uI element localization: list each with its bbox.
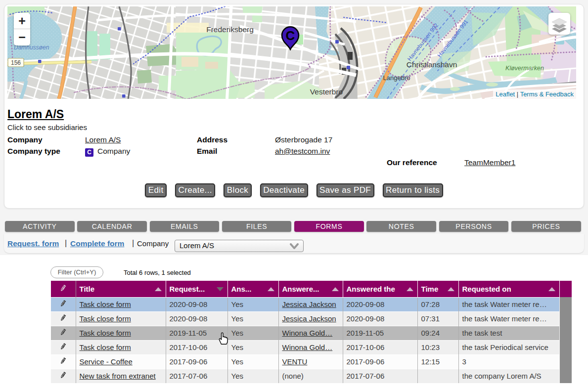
svg-text:156: 156 <box>11 59 21 66</box>
svg-text:Christianshavn: Christianshavn <box>407 60 457 69</box>
svg-text:Frederiksberg: Frederiksberg <box>206 25 254 34</box>
svg-text:C: C <box>286 28 295 43</box>
svg-text:Vesterbro: Vesterbro <box>310 87 343 96</box>
svg-text:Kløvermarken: Kløvermarken <box>505 65 544 72</box>
svg-text:Langebro: Langebro <box>383 74 410 82</box>
